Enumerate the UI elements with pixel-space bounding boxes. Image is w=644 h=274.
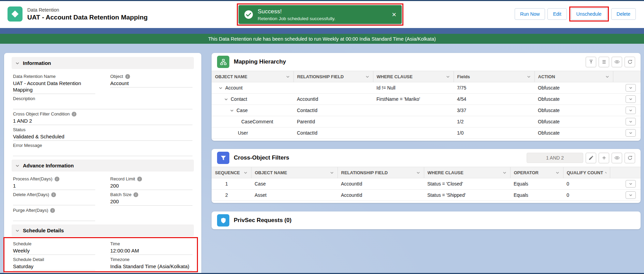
section-title: Schedule Details <box>23 228 64 233</box>
field-label: Object i <box>110 74 192 79</box>
data-retention-record-icon <box>8 6 23 22</box>
collapse-all-button[interactable] <box>586 57 596 67</box>
info-icon[interactable]: i <box>50 208 55 213</box>
fields-count-cell: 3/37 <box>454 105 534 116</box>
field-value: UAT - Account Data Retention Mapping <box>13 80 95 94</box>
row-actions-button[interactable] <box>626 95 636 103</box>
field-time: Time 12:00:00 AM <box>110 241 192 255</box>
action-cell: Obfuscate <box>534 127 613 139</box>
relationship-field-cell: ContactId <box>294 127 373 139</box>
field-label: Schedule <box>13 241 95 247</box>
section-toggle-information[interactable]: Information <box>12 57 194 69</box>
object-name-cell: Contact <box>212 94 294 105</box>
field-label: Data Retention Name <box>13 74 95 79</box>
filter-row-1: 1 Case AccountId Status = 'Closed' Equal… <box>212 178 641 190</box>
column-menu-chevron-icon <box>527 74 531 79</box>
edit-condition-button[interactable] <box>586 153 596 163</box>
column-menu-chevron-icon <box>330 170 334 175</box>
preview-button[interactable] <box>612 153 622 163</box>
column-menu-chevron-icon <box>604 170 606 175</box>
column-header-qualify-count[interactable]: QUALIFY COUNT <box>563 167 610 178</box>
filter-row-2: 2 Asset AccountId Status = 'Shipped' Equ… <box>212 190 641 201</box>
privsec-requests-card: PrivSec Requests (0) <box>212 211 641 229</box>
field-value: India Standard Time (Asia/Kolkata) <box>110 263 192 271</box>
section-toggle-schedule-details[interactable]: Schedule Details <box>12 224 194 236</box>
expand-all-button[interactable] <box>599 57 609 67</box>
toast-close-icon[interactable]: × <box>392 11 396 18</box>
field-label: Record Limit i <box>110 176 192 182</box>
toast-message: Retention Job scheduled successfully. <box>258 16 335 21</box>
row-actions-button[interactable] <box>626 107 636 114</box>
field-label: Batch Size i <box>110 192 192 197</box>
column-header-operator[interactable]: OPERATOR <box>510 167 563 178</box>
column-menu-chevron-icon <box>286 74 290 79</box>
toast-title: Success! <box>258 8 335 15</box>
row-menu-cell <box>610 178 641 190</box>
field-batch-size: Batch Size i 200 <box>110 192 192 206</box>
toast-text: Success! Retention Job scheduled success… <box>258 8 335 21</box>
mapping-row-user: User ContactId 1/0 Obfuscate <box>212 127 641 139</box>
row-actions-button[interactable] <box>626 118 636 125</box>
window-top-edge <box>0 0 644 1</box>
delete-button[interactable]: Delete <box>611 8 636 20</box>
expand-chevron-icon[interactable] <box>218 86 223 90</box>
row-menu-cell <box>613 82 641 94</box>
column-header-relationship-field[interactable]: RELATIONSHIP FIELD <box>294 71 373 82</box>
header-actions: Run Now Edit Unschedule Delete <box>515 6 636 22</box>
column-header-where-clause[interactable]: WHERE CLAUSE <box>373 71 454 82</box>
info-icon[interactable]: i <box>133 192 138 197</box>
row-actions-button[interactable] <box>626 84 636 92</box>
object-name: CaseComment <box>241 119 273 124</box>
column-header-object-name[interactable]: OBJECT NAME <box>212 71 294 82</box>
object-name-cell: CaseComment <box>212 116 294 127</box>
field-record-limit: Record Limit i 200 <box>110 176 192 190</box>
field-value <box>13 198 95 205</box>
column-header-sequence[interactable]: SEQUENCE <box>212 167 251 178</box>
info-icon[interactable]: i <box>125 74 130 79</box>
column-menu-chevron-icon <box>446 74 450 79</box>
field-schedule-detail: Schedule Detail Saturday <box>13 257 95 271</box>
expand-chevron-icon[interactable] <box>224 97 228 101</box>
refresh-button[interactable] <box>625 153 635 163</box>
field-value: Validated & Scheduled <box>13 133 192 141</box>
column-header-action[interactable]: ACTION <box>534 71 613 82</box>
operator-cell: Equals <box>510 178 563 190</box>
row-menu-cell <box>613 127 641 139</box>
where-clause-cell: FirstName = 'Mariko' <box>373 94 454 105</box>
section-toggle-advance-information[interactable]: Advance Information <box>12 160 194 172</box>
run-now-button[interactable]: Run Now <box>515 8 545 20</box>
operator-cell: Equals <box>510 190 563 201</box>
column-header-relationship-field[interactable]: RELATIONSHIP FIELD <box>338 167 424 178</box>
mapping-hierarchy-card: Mapping Hierarchy <box>212 53 641 141</box>
info-icon[interactable]: i <box>72 112 76 117</box>
object-name-cell: Account <box>212 82 294 94</box>
column-header-where-clause[interactable]: WHERE CLAUSE <box>424 167 510 178</box>
field-value: 1 <box>13 182 95 190</box>
refresh-button[interactable] <box>625 57 635 67</box>
row-actions-button[interactable] <box>626 129 636 137</box>
add-filter-button[interactable] <box>599 153 609 163</box>
title-block: Data Retention UAT - Account Data Retent… <box>27 7 148 21</box>
info-icon[interactable]: i <box>51 192 56 197</box>
expand-chevron-icon[interactable] <box>230 108 234 113</box>
column-menu-chevron-icon <box>243 170 248 175</box>
column-header-object-name[interactable]: OBJECT NAME <box>251 167 338 178</box>
field-label: Delete After(Days) i <box>13 192 95 197</box>
fields-count-cell: 1/2 <box>454 116 534 127</box>
field-value <box>13 102 192 109</box>
unschedule-button[interactable]: Unschedule <box>571 8 607 20</box>
preview-button[interactable] <box>612 57 622 67</box>
field-label: Process After(Days) i <box>13 176 95 182</box>
where-clause-cell: Status = 'Shipped' <box>424 190 510 201</box>
row-actions-button[interactable] <box>626 180 636 188</box>
qualify-count-cell: 0 <box>563 190 610 201</box>
column-header-fields[interactable]: Fields <box>454 71 534 82</box>
info-icon[interactable]: i <box>137 177 142 181</box>
row-actions-button[interactable] <box>626 191 636 199</box>
field-value: 1 AND 2 <box>13 118 192 125</box>
column-header-row-actions <box>610 167 641 178</box>
relationship-field-cell: AccountId <box>338 178 424 190</box>
field-status: Status Validated & Scheduled <box>13 127 192 141</box>
info-icon[interactable]: i <box>55 177 59 181</box>
edit-button[interactable]: Edit <box>547 8 567 20</box>
